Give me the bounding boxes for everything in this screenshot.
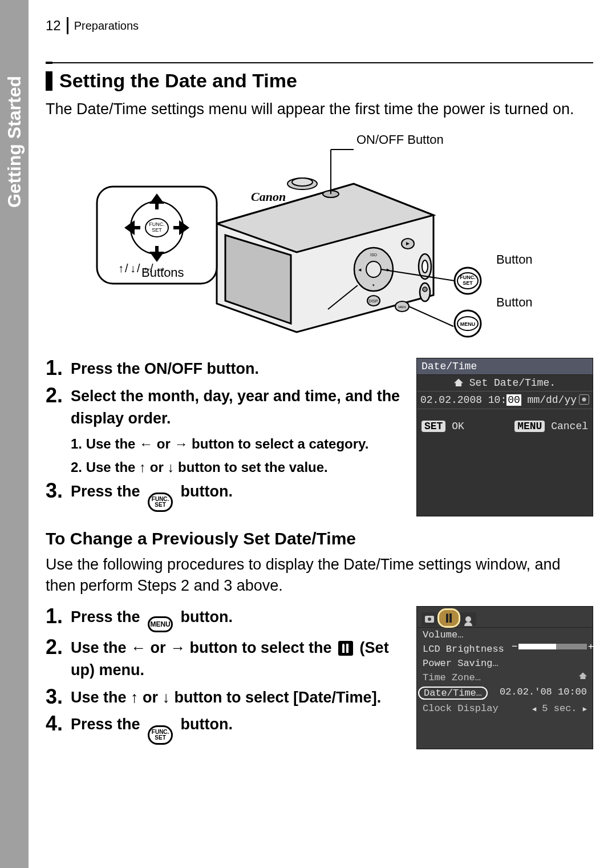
steps-a: 1 Press the ON/OFF button. 2 Select the … — [46, 358, 405, 512]
svg-point-26 — [423, 287, 427, 292]
step2-sub1: 1. Use the ← or → button to select a cat… — [71, 434, 405, 454]
list-item: Power Saving… — [417, 656, 593, 671]
func-set-icon: FUNC. SET — [148, 492, 173, 512]
left-arrow-icon: ← — [139, 436, 153, 451]
horizontal-rule-icon — [46, 62, 593, 64]
step3-text: Press the FUNC. SET button. — [71, 481, 405, 512]
step-number: 1 — [46, 606, 65, 632]
down-arrow-icon: ↓ — [163, 689, 171, 706]
func-set-icon: FUNC. SET — [148, 725, 173, 745]
brightness-slider-icon — [518, 644, 587, 649]
step-number: 2 — [46, 385, 65, 430]
step-number: 3 — [46, 481, 65, 512]
b-step2: Use the ← or → button to select the (Set… — [71, 637, 405, 681]
steps-b: 1 Press the MENU button. 2 Use the ← or … — [46, 606, 405, 744]
onoff-callout: ON/OFF Button — [356, 132, 444, 147]
side-tab-label: Getting Started — [4, 76, 25, 208]
step2-text: Select the month, day, year and time, an… — [71, 385, 405, 430]
step1-text: Press the ON/OFF button. — [71, 358, 405, 380]
svg-point-7 — [292, 178, 313, 186]
svg-text:↓: ↓ — [130, 262, 136, 274]
svg-text:MENU: MENU — [460, 321, 476, 327]
breadcrumb: Preparations — [74, 19, 139, 33]
separator-icon — [67, 17, 68, 34]
svg-point-25 — [420, 283, 430, 301]
brand-text: Canon — [251, 189, 286, 204]
svg-text:FUNC.: FUNC. — [149, 221, 165, 227]
svg-text:DISP.: DISP. — [368, 299, 378, 303]
left-triangle-icon: ◀ — [532, 705, 536, 713]
minutes-highlight: 00 — [506, 394, 521, 406]
list-item: Clock Display ◀ 5 sec. ▶ — [417, 701, 593, 716]
svg-point-24 — [422, 260, 428, 273]
up-arrow-icon: ↑ — [131, 689, 139, 706]
lcd1-title: Date/Time — [417, 358, 593, 375]
page-title: Setting the Date and Time — [59, 70, 297, 92]
step-number: 2 — [46, 637, 65, 681]
menu-badge: MENU — [514, 421, 545, 432]
svg-text:SET: SET — [152, 227, 162, 233]
right-arrow-icon: → — [170, 639, 185, 656]
list-item: Time Zone… — [417, 671, 593, 685]
page-number: 12 — [46, 18, 61, 34]
mycamera-tab-icon — [460, 612, 476, 626]
tools-tab-icon — [439, 610, 459, 626]
right-arrow-icon: → — [174, 436, 188, 451]
svg-text:ISO: ISO — [370, 253, 378, 257]
menu-icon: MENU — [148, 616, 173, 632]
svg-text:↑: ↑ — [118, 262, 124, 274]
svg-text:/: / — [125, 262, 128, 274]
svg-text:▾: ▾ — [372, 283, 375, 287]
camera-tab-icon — [422, 612, 437, 626]
change-heading: To Change a Previously Set Date/Time — [46, 529, 593, 548]
set-badge: SET — [422, 421, 445, 432]
step2-sub2: 2. Use the ↑ or ↓ button to set the valu… — [71, 458, 405, 478]
page-header: 12 Preparations — [46, 17, 593, 34]
dpad-callout: Buttons — [141, 265, 184, 280]
svg-text:/: / — [137, 262, 140, 274]
lcd1-footer: SET OK MENU Cancel — [417, 409, 593, 435]
left-arrow-icon: ← — [131, 639, 146, 656]
svg-text:MEN: MEN — [398, 305, 406, 309]
right-triangle-icon: ▶ — [583, 705, 587, 713]
down-arrow-icon: ↓ — [167, 459, 174, 475]
side-tab: Getting Started — [0, 0, 29, 868]
camera-svg: Canon ISO ▾ ◀ ▶ — [86, 130, 553, 341]
svg-line-20 — [409, 306, 453, 326]
camera-diagram: Canon ISO ▾ ◀ ▶ — [86, 130, 553, 341]
svg-text:FUNC.: FUNC. — [460, 274, 476, 280]
svg-point-9 — [366, 261, 381, 277]
change-intro: Use the following procedures to display … — [46, 554, 593, 596]
setup-menu-lcd: Volume… LCD Brightness Power Saving… Tim… — [416, 606, 593, 749]
func-callout: Button — [496, 252, 533, 267]
lcd1-data: 02.02.2008 10:00 mm/dd/yy — [417, 391, 593, 409]
list-item: LCD Brightness — [417, 642, 593, 656]
setup-tabs — [417, 607, 593, 628]
step-number: 1 — [46, 358, 65, 380]
list-item-selected: Date/Time… 02.02.'08 10:00 — [417, 685, 593, 701]
home-icon — [579, 672, 587, 679]
intro-text: The Date/Time settings menu will appear … — [46, 99, 593, 119]
step-number: 4 — [46, 713, 65, 745]
lcd1-sub: Set Date/Time. — [417, 375, 593, 391]
tools-icon — [338, 641, 353, 656]
step-number: 3 — [46, 687, 65, 709]
home-icon — [454, 378, 463, 386]
b-step4: Press the FUNC. SET button. — [71, 713, 405, 745]
heading-accent-icon — [46, 71, 52, 91]
dst-icon — [579, 394, 589, 405]
list-item: Volume… — [417, 628, 593, 642]
b-step1: Press the MENU button. — [71, 606, 405, 632]
date-time-lcd: Date/Time Set Date/Time. 02.02.2008 10:0… — [416, 358, 593, 516]
up-arrow-icon: ↑ — [139, 459, 146, 475]
b-step3: Use the ↑ or ↓ button to select [Date/Ti… — [71, 687, 405, 709]
heading-wrap: Setting the Date and Time — [46, 70, 593, 92]
menu-callout: Button — [496, 295, 533, 310]
svg-text:SET: SET — [463, 280, 473, 286]
